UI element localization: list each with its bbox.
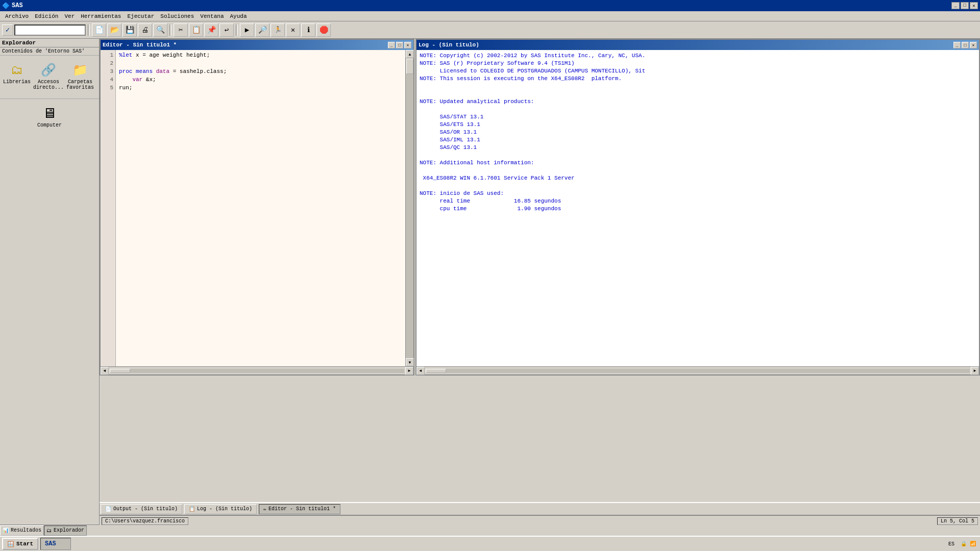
scroll-left-button[interactable]: ◄ [101,367,109,375]
open-button[interactable]: 📂 [107,23,121,37]
menu-bar: Archivo Edición Ver Herramientas Ejecuta… [0,11,980,21]
sidebar-item-accesos[interactable]: 🔗 Accesos directo... [34,60,63,92]
log-icon: 📋 [189,506,195,512]
system-tray: ES 🔒 📶 [946,540,978,548]
log-line-17: X64_ES08R2 WIN 6.1.7601 Service Pack 1 S… [420,174,976,182]
editor-minimize[interactable]: _ [388,42,395,48]
taskbar-output[interactable]: 📄 Output - (Sin titulo) [101,504,182,514]
menu-ayuda[interactable]: Ayuda [227,13,250,20]
scrollbar-track-x [110,369,404,373]
log-line-5 [420,83,976,90]
editor-content[interactable]: 1 2 3 4 5 %let x = age weight height; pr… [101,50,413,366]
toolbar-separator-1 [88,24,90,36]
title-text: SAS [12,2,23,9]
cut-button[interactable]: ✂ [174,23,188,37]
editor-maximize[interactable]: □ [396,42,403,48]
carpetas-label: Carpetas favoritas [66,79,94,90]
sidebar-item-librerias[interactable]: 🗂 Librerias [2,60,32,92]
code-editor[interactable]: %let x = age weight height; proc means d… [116,50,413,366]
tray-icons: 🔒 📶 [959,540,978,548]
path-status: C:\Users\vazquez.francisco [102,517,188,525]
title-bar: 🔷 SAS _ □ ✕ [0,0,980,11]
start-button[interactable]: 🪟 Start [2,538,38,550]
save-button[interactable]: 💾 [122,23,137,37]
scroll-up-button[interactable]: ▲ [406,50,413,58]
stop-button[interactable]: ✕ [286,23,300,37]
log-line-10: SAS/ETS 13.1 [420,121,976,129]
log-scroll-left[interactable]: ◄ [416,367,425,375]
librerias-label: Librerias [3,79,31,85]
log-scrollbar-track [426,369,970,373]
explorador-tab[interactable]: 🗂 Explorador [44,525,87,536]
log-line-16 [420,167,976,174]
editor-tab-label: Editor - Sin titulo1 * [268,506,336,512]
editor-close[interactable]: ✕ [404,42,411,48]
log-label: Log - (Sin titulo) [197,506,252,512]
log-scroll-right[interactable]: ► [971,367,979,375]
info-button[interactable]: ℹ [301,23,315,37]
submit-button[interactable]: 🏃 [271,23,285,37]
sas-taskbar-item[interactable]: SAS [40,538,71,550]
log-close[interactable]: ✕ [970,42,977,48]
zoom-button[interactable]: 🔎 [255,23,270,37]
taskbar-editor[interactable]: ✏ Editor - Sin titulo1 * [259,504,340,514]
minimize-button[interactable]: _ [951,2,960,9]
computer-label: Computer [37,122,62,128]
menu-ventana[interactable]: Ventana [197,13,227,20]
editor-window: Editor - Sin titulo1 * _ □ ✕ 1 2 3 4 5 [100,39,414,375]
check-button[interactable]: ✓ [2,24,13,36]
close-button[interactable]: ✕ [970,2,978,9]
content-area: Editor - Sin titulo1 * _ □ ✕ 1 2 3 4 5 [100,39,980,527]
editor-title: Editor - Sin titulo1 * [103,42,177,48]
log-line-4: NOTE: This session is executing on the X… [420,75,976,83]
editor-scrollbar-y[interactable]: ▲ ▼ [405,50,413,366]
log-scrollbar-x[interactable]: ◄ ► [416,366,979,374]
log-title: Log - (Sin titulo) [419,42,479,48]
output-icon: 📄 [105,506,111,512]
new-file-button[interactable]: 📄 [92,23,106,37]
undo-button[interactable]: ↩ [219,23,234,37]
log-content[interactable]: NOTE: Copyright (c) 2002-2012 by SAS Ins… [416,50,979,366]
menu-soluciones[interactable]: Soluciones [157,13,197,20]
log-scrollbar-thumb[interactable] [426,369,446,373]
scrollbar-thumb-x[interactable] [110,369,130,373]
taskbar-log[interactable]: 📋 Log - (Sin titulo) [184,504,257,514]
log-line-19: NOTE: inicio de SAS used: [420,190,976,197]
log-line-21: cpu time 1.90 segundos [420,205,976,213]
clear-button[interactable]: 🛑 [316,23,331,37]
log-line-6 [420,90,976,98]
maximize-button[interactable]: □ [961,2,969,9]
code-line-2 [119,59,410,67]
run-button[interactable]: ▶ [240,23,254,37]
resultados-label: Resultados [11,528,41,533]
menu-herramientas[interactable]: Herramientas [78,13,124,20]
sidebar-item-carpetas[interactable]: 📁 Carpetas favoritas [65,60,95,92]
scroll-thumb[interactable] [406,59,413,74]
log-line-2: NOTE: SAS (r) Proprietary Software 9.4 (… [420,60,976,67]
print-button[interactable]: 🖨 [138,23,152,37]
scroll-track [406,58,413,358]
menu-archivo[interactable]: Archivo [2,13,32,20]
log-maximize[interactable]: □ [962,42,969,48]
code-line-4: var &x; [119,76,410,84]
toolbar-input[interactable] [14,24,86,36]
explorer-divider [0,98,99,99]
sidebar-item-computer[interactable]: 🖥 Computer [0,101,99,132]
paste-button[interactable]: 📌 [204,23,218,37]
explorador-icon: 🗂 [46,528,52,534]
resultados-tab[interactable]: 📊 Resultados [0,525,44,536]
scroll-down-button[interactable]: ▼ [406,358,413,366]
carpetas-icon: 📁 [72,62,88,78]
find-button[interactable]: 🔍 [153,23,167,37]
log-line-7: NOTE: Updated analytical products: [420,98,976,106]
editor-scrollbar-x[interactable]: ◄ ► [101,366,413,374]
menu-ejecutar[interactable]: Ejecutar [124,13,157,20]
explorer-header: Explorador [0,39,99,47]
copy-button[interactable]: 📋 [189,23,203,37]
log-minimize[interactable]: _ [953,42,961,48]
log-line-9: SAS/STAT 13.1 [420,113,976,121]
menu-edicion[interactable]: Edición [32,13,61,20]
scroll-right-button[interactable]: ► [405,367,413,375]
locale-indicator: ES [946,540,957,548]
menu-ver[interactable]: Ver [61,13,78,20]
